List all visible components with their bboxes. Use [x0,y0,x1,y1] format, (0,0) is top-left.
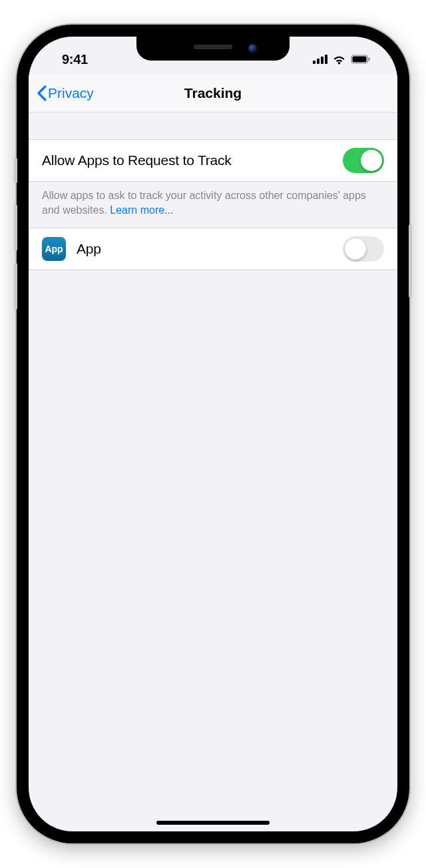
phone-frame: 9:41 Privacy Tracking Allow Apps to Requ… [17,25,409,843]
svg-rect-2 [321,57,323,64]
allow-tracking-label: Allow Apps to Request to Track [42,152,232,168]
volume-up-button [14,204,17,251]
wifi-icon [332,55,346,65]
app-icon: App [42,237,66,261]
app-tracking-cell: App App [29,228,397,270]
home-indicator[interactable] [156,821,270,825]
svg-rect-0 [313,61,316,64]
description-text: Allow apps to ask to track your activity… [42,190,366,216]
status-indicators [313,55,371,65]
navigation-bar: Privacy Tracking [29,74,397,112]
speaker-grille [194,45,232,49]
volume-down-button [14,263,17,310]
chevron-left-icon [37,85,47,101]
power-button [409,224,412,298]
silent-switch [14,158,17,183]
status-time: 9:41 [62,52,88,67]
learn-more-link[interactable]: Learn more... [110,204,173,216]
svg-rect-6 [369,58,370,61]
section-spacer [29,112,397,139]
cellular-signal-icon [313,55,327,64]
tracking-description: Allow apps to ask to track your activity… [29,182,397,228]
svg-rect-3 [325,55,327,64]
front-camera [248,44,258,53]
svg-rect-5 [353,57,367,63]
allow-tracking-cell: Allow Apps to Request to Track [29,139,397,182]
screen: 9:41 Privacy Tracking Allow Apps to Requ… [29,37,397,831]
back-button[interactable]: Privacy [29,85,94,101]
app-tracking-toggle[interactable] [343,236,384,262]
svg-rect-1 [317,59,320,64]
notch [136,37,290,61]
back-label: Privacy [48,85,94,101]
allow-tracking-toggle[interactable] [343,148,384,173]
app-name-label: App [77,241,101,257]
battery-icon [351,55,371,64]
